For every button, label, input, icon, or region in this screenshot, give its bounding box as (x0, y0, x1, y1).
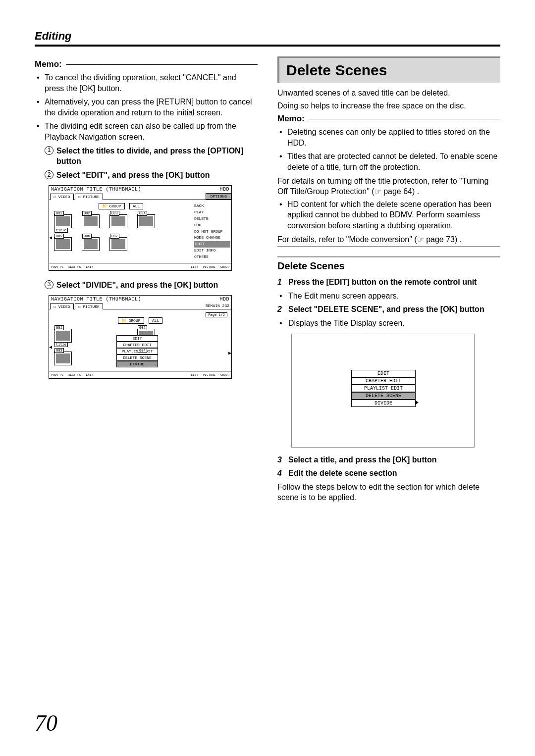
thumbnail[interactable]: 006 (82, 237, 100, 251)
step-number-icon: 2 (45, 170, 54, 179)
step-text: Select "DIVIDE", and press the [OK] butt… (56, 281, 218, 289)
edit-menu: EDIT CHAPTER EDIT PLAYLIST EDIT DELETE S… (351, 370, 416, 407)
thumb-id: 003 (110, 211, 119, 216)
thumbnail[interactable]: 004 (137, 214, 155, 228)
step-2: Select "DELETE SCENE", and press the [OK… (277, 304, 500, 315)
thumb-title: title (54, 228, 68, 233)
nav-title: NAVIGATION TITLE (THUMBNAIL) (51, 187, 141, 192)
options-side-menu: BACK PLAY DELETE DUB DO NOT GROUP MODE C… (193, 200, 231, 263)
step-number-icon: 3 (45, 280, 54, 289)
foot-exit: EXIT (86, 373, 93, 377)
edit-menu-mock: EDIT CHAPTER EDIT PLAYLIST EDIT DELETE S… (291, 334, 475, 448)
tab-picture[interactable]: ☐ PICTURE (75, 194, 103, 200)
memo-bullets-left: To cancel the dividing operation, select… (35, 72, 258, 143)
arrow-left-icon[interactable]: ◀ (49, 235, 52, 241)
side-item[interactable]: MODE CHANGE (194, 235, 230, 241)
memo-bullet: Titles that are protected cannot be dele… (277, 151, 500, 172)
memo-bullet: The dividing edit screen can also be cal… (35, 121, 258, 142)
thumbnail[interactable]: 005 (54, 237, 72, 251)
subsection-delete-scenes: Delete Scenes Press the [EDIT] button on… (277, 256, 500, 503)
memo-bullet: To cancel the dividing operation, select… (35, 72, 258, 94)
side-item[interactable]: BACK (194, 203, 230, 209)
intro-text: Doing so helps to increase the free spac… (277, 101, 500, 111)
tab-video[interactable]: ☐ VIDEO (50, 194, 74, 200)
menu-delete-scene[interactable]: DELETE SCENE (116, 354, 158, 361)
subsection-heading: Delete Scenes (277, 260, 500, 272)
options-label: OPTIONS (206, 193, 231, 200)
menu-chapter-edit[interactable]: CHAPTER EDIT (351, 377, 416, 385)
arrow-left-icon[interactable]: ◀ (49, 344, 52, 350)
thumb-id: 006 (82, 234, 92, 239)
menu-edit[interactable]: EDIT (116, 335, 158, 342)
menu-delete-scene[interactable]: DELETE SCENE (351, 392, 416, 400)
menu-playlist-edit[interactable]: PLAYLIST EDIT (351, 385, 416, 392)
thumb-id: 005 (54, 234, 64, 239)
thumb-id: 004 (138, 211, 147, 216)
memo-bullets-right-2: HD content for which the delete scene op… (277, 199, 500, 231)
thumbnail[interactable]: 001title (54, 329, 72, 343)
thumbnail[interactable]: 002 (82, 214, 100, 228)
thumbnail[interactable]: 007 (109, 237, 127, 251)
thumbnail[interactable]: 001title (54, 214, 72, 228)
thumb-id: 001 (54, 325, 64, 330)
memo-bullets-right: Deleting scenes can only be applied to t… (277, 127, 500, 172)
cursor-icon (416, 401, 419, 404)
nav-title: NAVIGATION TITLE (THUMBNAIL) (51, 297, 141, 302)
side-item[interactable]: EDIT INFO (194, 248, 230, 254)
hdd-label: HDD (219, 297, 229, 302)
menu-divide[interactable]: DIVIDE (116, 361, 158, 367)
step-note: The Edit menu screen appears. (277, 291, 500, 302)
left-column: Memo: To cancel the dividing operation, … (35, 56, 258, 505)
tab-video[interactable]: ☐ VIDEO (50, 303, 74, 309)
all-button[interactable]: ALL (149, 317, 162, 324)
group-button[interactable]: 📁 GROUP (99, 203, 125, 209)
foot-exit: EXIT (86, 265, 93, 269)
thumb-id: 004 (138, 348, 147, 353)
thumb-id: 002 (82, 211, 92, 216)
foot-next: NEXT PG (68, 265, 81, 269)
menu-edit[interactable]: EDIT (351, 370, 416, 377)
foot-next: NEXT PG (68, 373, 81, 377)
cross-ref: For details, refer to "Mode conversion" … (277, 234, 500, 245)
tab-label: VIDEO (58, 304, 70, 309)
thumb-id: 002 (138, 325, 147, 330)
group-button[interactable]: 📁 GROUP (118, 317, 144, 324)
menu-divide[interactable]: DIVIDE (351, 400, 416, 407)
page-indicator: Page 1/2 (206, 312, 227, 317)
memo-header-left: Memo: (35, 59, 258, 69)
memo-bullet: Alternatively, you can press the [RETURN… (35, 97, 258, 118)
side-item[interactable]: OTHERS (194, 254, 230, 260)
menu-playlist-edit[interactable]: PLAYLIST EDIT (116, 348, 158, 354)
side-item-edit[interactable]: EDIT (194, 241, 230, 248)
mock-footer: PREV PG NEXT PG EXIT LIST PICTURE GROUP (49, 371, 231, 378)
thumb-id: 007 (110, 234, 119, 239)
thumbnail[interactable]: 003 (109, 214, 127, 228)
arrow-right-icon[interactable]: ▶ (228, 350, 231, 356)
intro-text: Unwanted scenes of a saved title can be … (277, 88, 500, 99)
step-4: Edit the delete scene section (277, 468, 500, 479)
side-item[interactable]: PLAY (194, 209, 230, 216)
side-item[interactable]: DUB (194, 222, 230, 229)
group-label: GROUP (109, 204, 121, 208)
step-note: Displays the Title Display screen. (277, 318, 500, 329)
thumbnail[interactable]: 003 (54, 352, 72, 365)
side-item[interactable]: DELETE (194, 216, 230, 222)
page-number: 70 (35, 710, 57, 736)
foot-group: GROUP (220, 373, 229, 377)
tab-picture[interactable]: ☐ PICTURE (75, 303, 103, 309)
remain-label: REMAIN 232 (204, 303, 231, 309)
mock-footer: PREV PG NEXT PG EXIT LIST PICTURE GROUP (49, 263, 231, 270)
menu-chapter-edit[interactable]: CHAPTER EDIT (116, 342, 158, 348)
foot-list: LIST (191, 265, 198, 269)
memo-header-right: Memo: (277, 114, 500, 124)
foot-picture: PICTURE (203, 265, 215, 269)
step-number-icon: 1 (45, 146, 54, 155)
foot-prev: PREV PG (51, 373, 63, 377)
all-button[interactable]: ALL (129, 203, 143, 209)
side-item[interactable]: DO NOT GROUP (194, 229, 230, 235)
page-title: Delete Scenes (277, 56, 500, 83)
tab-label: PICTURE (83, 195, 100, 199)
step-3: Select a title, and press the [OK] butto… (277, 454, 500, 465)
memo-label: Memo: (35, 59, 62, 69)
foot-list: LIST (191, 373, 198, 377)
